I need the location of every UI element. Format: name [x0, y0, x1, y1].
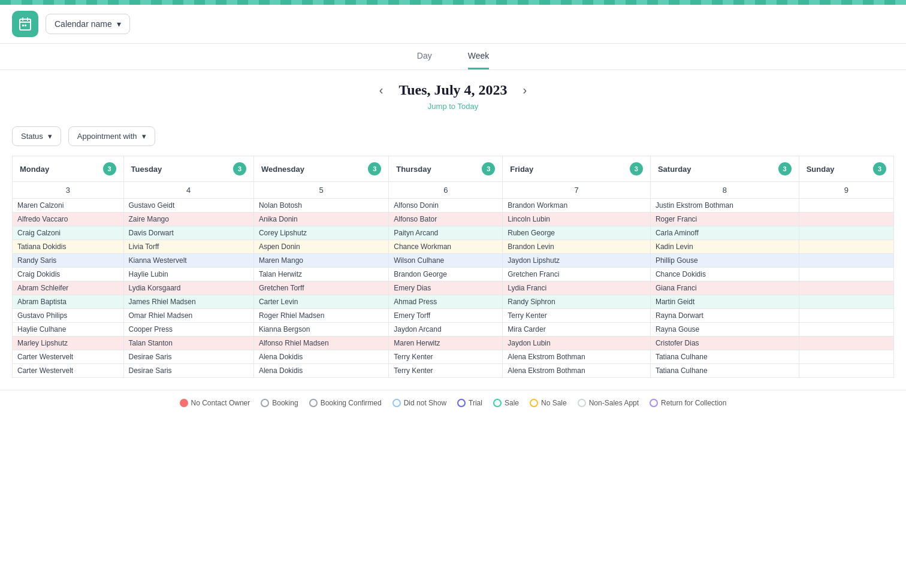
list-item: [799, 295, 893, 309]
list-item[interactable]: Carter Westervelt: [13, 350, 124, 364]
list-item[interactable]: Zaire Mango: [123, 213, 253, 226]
legend-label-no-sale: No Sale: [541, 399, 567, 407]
legend-item-booking: Booking: [261, 399, 298, 407]
list-item[interactable]: Chance Workman: [389, 240, 503, 254]
list-item[interactable]: Alfonso Bator: [389, 213, 503, 226]
list-item[interactable]: Tatiana Culhane: [650, 350, 799, 364]
top-accent: [0, 0, 906, 5]
list-item: [799, 254, 893, 268]
list-item[interactable]: Emery Torff: [389, 309, 503, 323]
list-item[interactable]: Terry Kenter: [503, 309, 651, 323]
list-item[interactable]: Desirae Saris: [123, 350, 253, 364]
next-week-button[interactable]: ›: [518, 81, 532, 99]
list-item[interactable]: Omar Rhiel Madsen: [123, 309, 253, 323]
list-item[interactable]: Carla Aminoff: [650, 226, 799, 240]
list-item[interactable]: Terry Kenter: [389, 364, 503, 378]
list-item[interactable]: Randy Saris: [13, 254, 124, 268]
list-item[interactable]: James Rhiel Madsen: [123, 295, 253, 309]
list-item[interactable]: Phillip Gouse: [650, 254, 799, 268]
legend-dot-booking: [261, 399, 269, 407]
list-item[interactable]: Giana Franci: [650, 281, 799, 295]
list-item[interactable]: Aspen Donin: [253, 240, 388, 254]
list-item: [799, 364, 893, 378]
list-item[interactable]: Alfredo Vaccaro: [13, 213, 124, 226]
list-item[interactable]: Wilson Culhane: [389, 254, 503, 268]
list-item[interactable]: Cristofer Dias: [650, 337, 799, 350]
list-item[interactable]: Alfonso Donin: [389, 199, 503, 213]
list-item[interactable]: Alena Dokidis: [253, 350, 388, 364]
list-item[interactable]: Nolan Botosh: [253, 199, 388, 213]
list-item[interactable]: Randy Siphron: [503, 295, 651, 309]
list-item[interactable]: Corey Lipshutz: [253, 226, 388, 240]
list-item[interactable]: Kianna Westervelt: [123, 254, 253, 268]
list-item[interactable]: Abram Schleifer: [13, 281, 124, 295]
table-row: Carter WesterveltDesirae SarisAlena Doki…: [13, 364, 894, 378]
list-item[interactable]: Chance Dokidis: [650, 268, 799, 281]
list-item[interactable]: Gustavo Philips: [13, 309, 124, 323]
list-item[interactable]: Gretchen Franci: [503, 268, 651, 281]
list-item[interactable]: Jaydon Arcand: [389, 323, 503, 337]
list-item[interactable]: Jaydon Lubin: [503, 337, 651, 350]
list-item[interactable]: Terry Kenter: [389, 350, 503, 364]
status-filter-chevron: ▾: [48, 132, 52, 141]
jump-to-today-link[interactable]: Jump to Today: [428, 102, 478, 111]
list-item[interactable]: Brandon George: [389, 268, 503, 281]
appointment-with-filter-dropdown[interactable]: Appointment with ▾: [68, 126, 155, 146]
list-item[interactable]: Rayna Dorwart: [650, 309, 799, 323]
list-item[interactable]: Emery Dias: [389, 281, 503, 295]
list-item[interactable]: Carter Westervelt: [13, 364, 124, 378]
list-item[interactable]: Maren Herwitz: [389, 337, 503, 350]
list-item[interactable]: Anika Donin: [253, 213, 388, 226]
list-item[interactable]: Talan Herwitz: [253, 268, 388, 281]
list-item[interactable]: Paityn Arcand: [389, 226, 503, 240]
list-item[interactable]: Haylie Lubin: [123, 268, 253, 281]
appointment-with-chevron: ▾: [142, 132, 146, 141]
col-header-monday: Monday 3: [13, 156, 124, 182]
list-item[interactable]: Gustavo Geidt: [123, 199, 253, 213]
list-item[interactable]: Ahmad Press: [389, 295, 503, 309]
legend-label-no-contact-owner: No Contact Owner: [191, 399, 250, 407]
list-item[interactable]: Tatiana Dokidis: [13, 240, 124, 254]
list-item[interactable]: Craig Calzoni: [13, 226, 124, 240]
list-item[interactable]: Alena Ekstrom Bothman: [503, 350, 651, 364]
tab-day[interactable]: Day: [417, 51, 432, 69]
prev-week-button[interactable]: ‹: [375, 81, 388, 99]
list-item[interactable]: Alena Dokidis: [253, 364, 388, 378]
calendar-name-dropdown[interactable]: Calendar name ▾: [46, 14, 130, 34]
list-item[interactable]: Talan Stanton: [123, 337, 253, 350]
list-item[interactable]: Desirae Saris: [123, 364, 253, 378]
list-item[interactable]: Kadin Levin: [650, 240, 799, 254]
list-item[interactable]: Alfonso Rhiel Madsen: [253, 337, 388, 350]
legend-dot-did-not-show: [392, 399, 401, 407]
list-item[interactable]: Kianna Bergson: [253, 323, 388, 337]
list-item[interactable]: Lincoln Lubin: [503, 213, 651, 226]
list-item[interactable]: Roger Rhiel Madsen: [253, 309, 388, 323]
list-item[interactable]: Justin Ekstrom Bothman: [650, 199, 799, 213]
list-item[interactable]: Rayna Gouse: [650, 323, 799, 337]
list-item[interactable]: Craig Dokidis: [13, 268, 124, 281]
list-item[interactable]: Maren Calzoni: [13, 199, 124, 213]
list-item[interactable]: Gretchen Torff: [253, 281, 388, 295]
list-item[interactable]: Maren Mango: [253, 254, 388, 268]
list-item[interactable]: Cooper Press: [123, 323, 253, 337]
list-item[interactable]: Davis Dorwart: [123, 226, 253, 240]
list-item[interactable]: Tatiana Culhane: [650, 364, 799, 378]
list-item[interactable]: Abram Baptista: [13, 295, 124, 309]
list-item[interactable]: Martin Geidt: [650, 295, 799, 309]
list-item[interactable]: Brandon Levin: [503, 240, 651, 254]
status-filter-dropdown[interactable]: Status ▾: [12, 126, 61, 146]
list-item[interactable]: Brandon Workman: [503, 199, 651, 213]
list-item[interactable]: Mira Carder: [503, 323, 651, 337]
list-item[interactable]: Haylie Culhane: [13, 323, 124, 337]
list-item[interactable]: Marley Lipshutz: [13, 337, 124, 350]
list-item[interactable]: Roger Franci: [650, 213, 799, 226]
day-badge-wednesday: 3: [368, 162, 381, 175]
list-item[interactable]: Ruben George: [503, 226, 651, 240]
list-item[interactable]: Lydia Korsgaard: [123, 281, 253, 295]
list-item[interactable]: Jaydon Lipshutz: [503, 254, 651, 268]
list-item[interactable]: Livia Torff: [123, 240, 253, 254]
list-item[interactable]: Alena Ekstrom Bothman: [503, 364, 651, 378]
list-item[interactable]: Lydia Franci: [503, 281, 651, 295]
tab-week[interactable]: Week: [468, 51, 490, 69]
list-item[interactable]: Carter Levin: [253, 295, 388, 309]
